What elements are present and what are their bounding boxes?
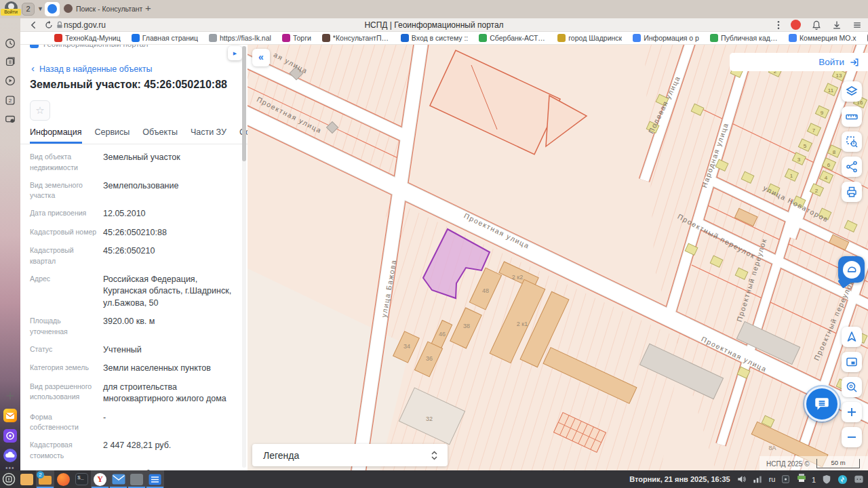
video-icon[interactable] bbox=[4, 75, 16, 87]
bookmark-favicon bbox=[282, 34, 290, 42]
legend-bar[interactable]: Легенда bbox=[252, 444, 448, 466]
scrollbar-thumb[interactable] bbox=[242, 46, 246, 161]
bookmark-favicon bbox=[710, 34, 718, 42]
panel-tab-сервисы[interactable]: Сервисы bbox=[95, 127, 130, 144]
info-row: АдресРоссийская Федерация, Курганская об… bbox=[30, 274, 241, 310]
panel-scrollbar[interactable] bbox=[242, 46, 246, 468]
taskbar-app-mail[interactable] bbox=[109, 470, 127, 488]
account-avatar[interactable] bbox=[791, 20, 801, 30]
bookmark-favicon bbox=[132, 34, 140, 42]
taskbar-app-settings[interactable] bbox=[127, 470, 146, 488]
house-number: 1 bbox=[790, 173, 793, 179]
zoom-in-button[interactable] bbox=[842, 402, 862, 422]
wolf-app-icon[interactable] bbox=[854, 474, 864, 484]
login-bar[interactable]: Войти bbox=[730, 53, 868, 71]
parcel-info-list: Вид объекта недвижимостиЗемельный участо… bbox=[30, 152, 241, 488]
info-label: Статус bbox=[30, 344, 98, 357]
add-panel-icon[interactable] bbox=[4, 390, 16, 402]
sync-app-icon[interactable] bbox=[837, 474, 848, 485]
bookmark-favicon bbox=[557, 34, 566, 42]
bookmark-item[interactable]: *КонсультантПлю bbox=[322, 34, 390, 42]
printer-tray-icon[interactable]: 1 bbox=[796, 473, 816, 485]
bookmark-item[interactable]: Публичная кадас bbox=[710, 34, 778, 42]
taskbar-app-browser2[interactable] bbox=[54, 470, 73, 488]
chevron-down-icon[interactable]: ▼ bbox=[37, 5, 43, 12]
taskbar-app-yandex-browser[interactable]: Y bbox=[91, 470, 109, 488]
menu-icon[interactable] bbox=[852, 20, 863, 30]
info-label: Кадастровый квартал bbox=[30, 245, 98, 267]
house-number: 9 bbox=[821, 110, 824, 116]
bookmark-item[interactable]: https://fias-lk.nal bbox=[209, 34, 271, 42]
info-label: Вид земельного участка bbox=[30, 180, 98, 202]
taskbar-clock[interactable]: Вторник, 21 янв 2025, 16:35 bbox=[629, 475, 730, 483]
tab-consultant[interactable]: Поиск - КонсультантПлю bbox=[64, 3, 142, 16]
reload-icon[interactable] bbox=[43, 20, 54, 30]
screencast-icon[interactable] bbox=[4, 113, 16, 125]
keyboard-layout[interactable]: ru bbox=[769, 475, 776, 483]
more-dots-icon[interactable] bbox=[773, 20, 784, 30]
site-header-clipped: Геоинформационный портал bbox=[30, 45, 233, 50]
history-icon[interactable] bbox=[4, 37, 16, 49]
overview-map-button[interactable] bbox=[842, 352, 862, 372]
taskbar-app-notes[interactable] bbox=[18, 470, 36, 488]
new-tab-button[interactable]: + bbox=[145, 2, 151, 14]
zoom-out-button[interactable] bbox=[842, 427, 862, 447]
bookmark-item[interactable]: Информация о р bbox=[633, 34, 699, 42]
panel-collapse-button[interactable]: « bbox=[252, 49, 270, 66]
share-button[interactable] bbox=[842, 157, 862, 177]
info-value: 2 447 428,21 руб. bbox=[103, 440, 241, 462]
tabs-panel-icon[interactable]: 2 bbox=[4, 94, 16, 106]
info-label: Вид объекта недвижимости bbox=[30, 152, 98, 174]
map-canvas[interactable]: 482 к2384634362 к1328А2131116975386142 а… bbox=[248, 45, 868, 470]
bookmark-item[interactable]: Коммерция МО.x bbox=[789, 34, 856, 42]
taskbar-app-files[interactable]: 2 bbox=[36, 470, 54, 488]
bookmark-item[interactable]: Торги bbox=[282, 34, 311, 42]
tab-nspd-active[interactable] bbox=[45, 2, 60, 16]
house-number: 8 bbox=[833, 149, 836, 155]
collections-icon[interactable] bbox=[4, 56, 16, 68]
network-icon[interactable] bbox=[753, 474, 763, 484]
panel-tab-объекты[interactable]: Объекты bbox=[142, 127, 178, 144]
panel-tab-информация[interactable]: Информация bbox=[30, 127, 82, 144]
start-menu-button[interactable] bbox=[0, 470, 18, 488]
geolocation-button[interactable] bbox=[842, 327, 862, 347]
info-row: Кадастровый квартал45:26:050210 bbox=[30, 245, 241, 267]
back-to-results-link[interactable]: ‹Назад в найденные объекты bbox=[31, 62, 152, 74]
bookmark-item[interactable]: город Шадринск bbox=[557, 34, 622, 42]
address-bar[interactable]: nspd.gov.ru bbox=[64, 20, 106, 30]
bookmark-item[interactable]: Главная страниц bbox=[132, 34, 198, 42]
area-search-button[interactable] bbox=[842, 131, 862, 152]
parcel-info-panel: Геоинформационный портал ‹Назад в найден… bbox=[20, 45, 248, 470]
print-button[interactable] bbox=[842, 182, 862, 202]
shield-icon[interactable] bbox=[822, 474, 831, 484]
taskbar-app-terminal[interactable]: $_ bbox=[73, 470, 91, 488]
volume-icon[interactable] bbox=[736, 474, 747, 484]
battery-icon[interactable] bbox=[781, 474, 790, 484]
info-row: Категория земельЗемли населенных пунктов bbox=[30, 363, 241, 375]
disk-cloud-icon[interactable] bbox=[3, 449, 17, 462]
cadastral-map[interactable]: 482 к2384634362 к1328А2131116975386142 а… bbox=[248, 45, 868, 470]
share-icon bbox=[845, 160, 859, 174]
profile-login-badge[interactable]: Войти bbox=[1, 9, 21, 16]
lock-icon bbox=[56, 20, 64, 30]
ruler-button[interactable] bbox=[842, 106, 862, 127]
bell-icon[interactable] bbox=[811, 20, 822, 30]
taskbar-app-document[interactable] bbox=[146, 470, 164, 488]
download-icon[interactable] bbox=[831, 20, 842, 30]
telemost-icon[interactable] bbox=[3, 429, 17, 443]
info-row: Вид разрешенного использованиядля строит… bbox=[30, 382, 241, 405]
back-icon[interactable] bbox=[28, 20, 39, 30]
panel-tab-части зу[interactable]: Части ЗУ bbox=[191, 127, 226, 144]
yandex-mail-icon[interactable] bbox=[3, 409, 17, 422]
tabs-scroll-right-button[interactable]: ▶ bbox=[228, 46, 242, 60]
address-search-button[interactable] bbox=[842, 377, 862, 397]
overview-map-icon bbox=[845, 355, 859, 369]
layers-button[interactable] bbox=[842, 81, 862, 102]
tab-counter-button[interactable]: 2 bbox=[22, 3, 35, 16]
chat-button[interactable] bbox=[804, 386, 840, 422]
bookmark-item[interactable]: Сбербанк-АСТ - З bbox=[479, 34, 547, 42]
favorite-star-button[interactable]: ☆ bbox=[30, 100, 50, 121]
bookmark-item[interactable]: ТехноКад-Муниц bbox=[54, 34, 121, 42]
bookmark-item[interactable]: Вход в систему :: bbox=[401, 34, 468, 42]
assistant-balloon-button[interactable] bbox=[838, 256, 865, 283]
